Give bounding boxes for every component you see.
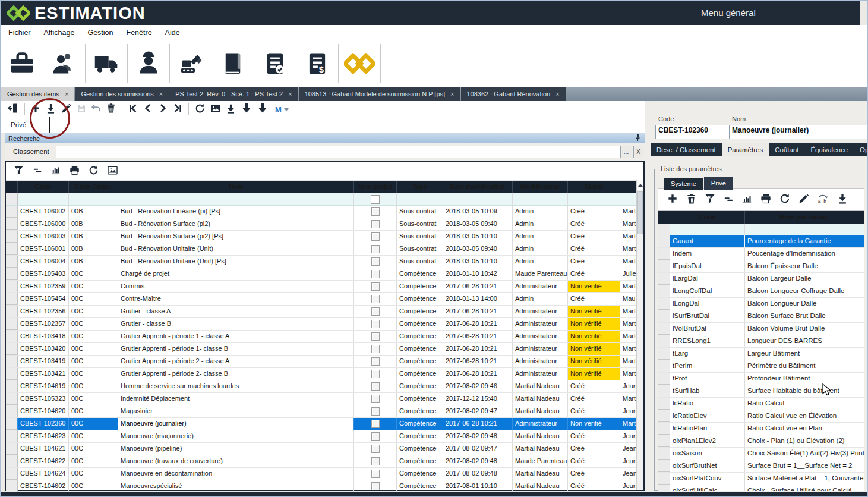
row-header[interactable] bbox=[6, 218, 18, 230]
table-row[interactable]: CBEST-106004 00B Bud - Rénovation Unitai… bbox=[6, 256, 643, 268]
column-header-modificateur[interactable]: Modificateur bbox=[513, 181, 568, 193]
document-check-icon[interactable] bbox=[254, 44, 296, 83]
detail-code-field[interactable]: CBEST-102360 bbox=[655, 125, 731, 139]
download-icon[interactable] bbox=[241, 102, 252, 117]
table-row[interactable]: CBEST-103421 00C Grutier Apprenti - péri… bbox=[6, 368, 643, 380]
menu-item[interactable]: Gestion bbox=[87, 29, 113, 37]
row-header[interactable] bbox=[658, 410, 670, 422]
prive-tab[interactable]: Privé bbox=[11, 121, 26, 128]
detail-tab[interactable]: Opt bbox=[854, 143, 868, 156]
row-header[interactable] bbox=[658, 285, 670, 297]
detail-tab[interactable]: Équivalence bbox=[804, 143, 854, 156]
item-projet-checkbox[interactable] bbox=[371, 357, 380, 366]
document-tab[interactable]: Gestion des items bbox=[1, 87, 74, 101]
row-header[interactable] bbox=[658, 348, 670, 360]
tab-close-icon[interactable] bbox=[65, 90, 68, 97]
row-header[interactable] bbox=[6, 455, 18, 467]
column-header-param-code[interactable]: Code bbox=[670, 211, 745, 224]
row-header[interactable] bbox=[658, 248, 670, 260]
pin-icon[interactable] bbox=[635, 133, 641, 144]
menu-item[interactable]: Fenêtre bbox=[127, 29, 152, 37]
table-row[interactable]: CBEST-104619 00C Homme de service sur ma… bbox=[6, 380, 643, 393]
row-header[interactable] bbox=[6, 331, 18, 342]
param-tab[interactable]: Systeme bbox=[664, 178, 703, 190]
row-header[interactable] bbox=[658, 260, 670, 272]
column-header-statut[interactable]: Statut bbox=[568, 181, 620, 193]
refresh-icon[interactable] bbox=[194, 103, 206, 117]
add-icon[interactable] bbox=[30, 103, 41, 116]
delete-icon[interactable] bbox=[686, 193, 697, 207]
last-icon[interactable] bbox=[172, 103, 183, 116]
item-projet-checkbox[interactable] bbox=[371, 282, 380, 291]
refresh-icon[interactable] bbox=[779, 193, 791, 207]
next-icon[interactable] bbox=[157, 103, 168, 116]
table-row[interactable]: CBEST-106002 00B Bud - Rénovation Linéai… bbox=[6, 206, 643, 218]
column-header-nom-par-defaut[interactable]: Nom par défaut bbox=[745, 211, 864, 224]
item-projet-checkbox[interactable] bbox=[371, 245, 380, 253]
table-row[interactable]: CBEST-102359 00C Commis Compétence 2017-… bbox=[6, 281, 643, 293]
item-projet-checkbox[interactable] bbox=[371, 295, 380, 303]
table-row[interactable]: CBEST-105323 00C Indemnité Déplacement C… bbox=[6, 393, 643, 405]
param-row[interactable]: lEpaisDal Balcon Épaisseur Dalle bbox=[658, 260, 864, 273]
param-row[interactable]: oixSurfUtilCalc Choix - Surface Utilisé … bbox=[658, 485, 864, 491]
table-row[interactable]: CBEST-103420 00C Grutier Apprenti - péri… bbox=[6, 343, 643, 356]
row-header[interactable] bbox=[6, 380, 18, 392]
refresh-icon[interactable] bbox=[88, 165, 99, 178]
classement-clear-button[interactable]: X bbox=[633, 146, 643, 158]
excavator-icon[interactable] bbox=[170, 44, 212, 83]
scroll-up-icon[interactable] bbox=[637, 180, 643, 190]
detail-tab[interactable]: Desc. / Classement bbox=[651, 143, 722, 156]
row-header[interactable] bbox=[6, 268, 18, 280]
item-projet-checkbox[interactable] bbox=[371, 395, 380, 403]
param-row[interactable]: lLongCoffDal Balcon Longueur Coffrage Da… bbox=[658, 285, 864, 298]
toolbox-icon[interactable] bbox=[1, 44, 43, 83]
row-header[interactable] bbox=[6, 405, 18, 417]
row-header[interactable] bbox=[6, 356, 18, 367]
row-header[interactable] bbox=[6, 418, 18, 430]
m-menu-button[interactable]: M bbox=[275, 105, 289, 114]
image-icon[interactable] bbox=[210, 103, 221, 117]
document-tab[interactable]: Gestion des soumissions bbox=[75, 87, 169, 101]
table-row[interactable]: CBEST-106003 00B Bud - Rénovation Surfac… bbox=[6, 231, 643, 243]
download2-icon[interactable] bbox=[257, 102, 269, 117]
sort-icon[interactable] bbox=[32, 165, 43, 178]
row-header[interactable] bbox=[658, 273, 670, 285]
exit-icon[interactable] bbox=[7, 102, 19, 117]
row-header[interactable] bbox=[6, 368, 18, 380]
filter-clear-icon[interactable] bbox=[704, 193, 716, 207]
row-header[interactable] bbox=[658, 460, 670, 472]
row-header[interactable] bbox=[658, 335, 670, 347]
menu-item[interactable]: Affichage bbox=[44, 29, 75, 37]
row-header[interactable] bbox=[658, 423, 670, 435]
table-row[interactable]: CBEST-103419 00C Grutier Apprenti - péri… bbox=[6, 356, 643, 368]
add-icon[interactable] bbox=[667, 193, 678, 207]
detail-nom-field[interactable]: Manoeuvre (journalier) bbox=[729, 125, 868, 139]
param-row[interactable]: tLarg Largeur Bâtiment bbox=[658, 348, 864, 360]
menu-item[interactable]: Aide bbox=[165, 29, 180, 37]
delete-icon[interactable] bbox=[106, 103, 116, 116]
item-projet-checkbox[interactable] bbox=[371, 482, 380, 490]
table-row[interactable]: CBEST-104624 00C Manoeuvre en décontamin… bbox=[6, 468, 643, 480]
tab-close-icon[interactable] bbox=[159, 90, 163, 97]
param-row[interactable]: lcRatio Ratio Calcul bbox=[658, 398, 864, 410]
row-header[interactable] bbox=[658, 373, 670, 385]
item-projet-checkbox[interactable] bbox=[371, 457, 380, 465]
item-projet-checkbox[interactable] bbox=[371, 445, 380, 453]
item-projet-filter-checkbox[interactable] bbox=[371, 195, 380, 204]
row-header[interactable] bbox=[658, 360, 670, 372]
item-projet-checkbox[interactable] bbox=[371, 257, 380, 266]
table-row[interactable]: CBEST-104622 00C Manoeuvre (travaux de c… bbox=[6, 455, 643, 468]
catalog-icon[interactable] bbox=[212, 44, 254, 83]
item-projet-checkbox[interactable] bbox=[371, 220, 380, 228]
filter-icon[interactable] bbox=[13, 165, 24, 178]
classement-browse-button[interactable]: ... bbox=[620, 146, 632, 158]
param-row[interactable]: tSurfHab Surface Habitable du bâtiment bbox=[658, 385, 864, 398]
print-icon[interactable] bbox=[760, 193, 772, 207]
vertical-scrollbar[interactable] bbox=[636, 180, 643, 490]
item-projet-checkbox[interactable] bbox=[371, 407, 380, 416]
tab-close-icon[interactable] bbox=[555, 90, 559, 97]
sort-icon[interactable] bbox=[723, 193, 734, 207]
param-row[interactable]: lcRatioElev Ratio Calcul vue en Élévatio… bbox=[658, 410, 864, 423]
print-icon[interactable] bbox=[69, 165, 80, 178]
row-header[interactable] bbox=[6, 468, 18, 480]
